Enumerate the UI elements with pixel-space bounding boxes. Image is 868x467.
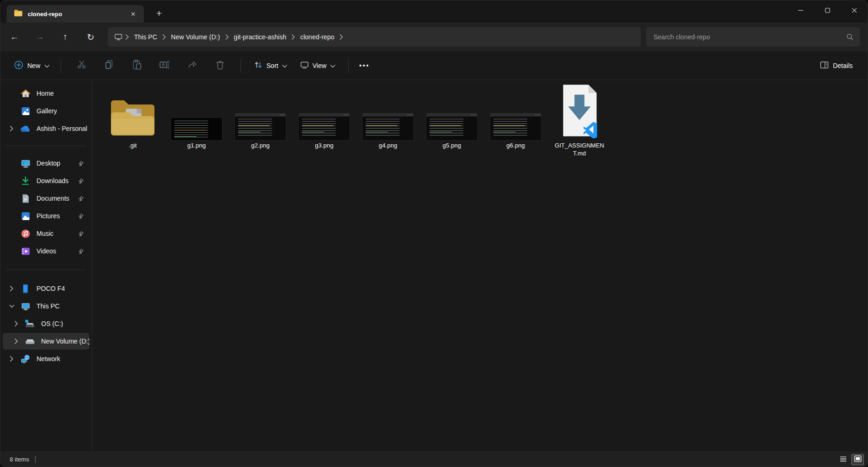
window-body: HomeGalleryAshish - PersonalDesktopDownl… <box>0 80 868 452</box>
sidebar-item-label: OS (C:) <box>41 320 63 327</box>
sidebar-item-os-c-[interactable]: OS (C:) <box>3 315 89 332</box>
sidebar-item-ashish-personal[interactable]: Ashish - Personal <box>3 120 89 137</box>
new-button-label: New <box>27 62 40 69</box>
sidebar-item-poco-f4[interactable]: POCO F4 <box>3 280 89 297</box>
copy-button[interactable] <box>99 56 119 75</box>
network-icon <box>20 354 31 364</box>
tab-close-icon[interactable]: ✕ <box>127 8 139 20</box>
file-item-g4-png[interactable]: g4.png <box>359 84 417 149</box>
rename-icon: A <box>160 60 170 71</box>
back-button[interactable]: ← <box>4 28 25 46</box>
chevron-right-icon[interactable] <box>3 126 20 131</box>
sidebar-item-this-pc[interactable]: This PC <box>3 298 89 314</box>
chevron-right-icon <box>162 34 166 40</box>
more-options-button[interactable]: ••• <box>355 56 374 75</box>
image-thumbnail <box>363 113 413 140</box>
rename-button[interactable]: A <box>154 56 175 75</box>
address-bar[interactable]: This PCNew Volume (D:)git-practice-ashis… <box>108 27 641 47</box>
sidebar-item-documents[interactable]: Documents <box>3 190 89 207</box>
search-icon <box>846 33 854 41</box>
up-button[interactable]: ↑ <box>55 28 75 46</box>
sidebar-item-label: Downloads <box>37 177 68 184</box>
tab-cloned-repo[interactable]: cloned-repo ✕ <box>6 5 144 23</box>
chevron-right-icon <box>125 34 129 40</box>
delete-button[interactable] <box>210 56 230 75</box>
close-button[interactable] <box>841 0 868 20</box>
os-drive-icon <box>25 319 35 329</box>
sort-button[interactable]: Sort <box>249 57 292 74</box>
refresh-button[interactable]: ↻ <box>80 28 101 46</box>
breadcrumb-item-new-volume-d-[interactable]: New Volume (D:) <box>168 31 223 43</box>
paste-button[interactable] <box>127 56 147 75</box>
chevron-right-icon[interactable] <box>7 338 25 344</box>
sidebar-item-videos[interactable]: Videos <box>3 243 89 259</box>
details-pane-button[interactable]: Details <box>815 58 857 74</box>
new-button[interactable]: New <box>10 57 54 74</box>
details-view-toggle[interactable] <box>837 454 850 465</box>
file-item-git-assignment-md[interactable]: GIT_ASSIGNMENT.md <box>551 84 608 157</box>
breadcrumb-item-git-practice-ashish[interactable]: git-practice-ashish <box>231 31 290 43</box>
chevron-right-icon[interactable] <box>339 34 343 40</box>
minimize-icon <box>798 8 803 13</box>
sidebar-item-downloads[interactable]: Downloads <box>3 172 89 189</box>
downloads-icon <box>20 176 31 186</box>
forward-button[interactable]: → <box>30 28 50 46</box>
file-name-label: GIT_ASSIGNMENT.md <box>553 141 606 157</box>
sidebar-item-pictures[interactable]: Pictures <box>3 208 89 224</box>
sidebar-item-label: Gallery <box>37 107 57 115</box>
desktop-icon <box>20 158 31 168</box>
maximize-icon <box>825 8 830 13</box>
breadcrumb-item-cloned-repo[interactable]: cloned-repo <box>297 31 338 43</box>
copy-icon <box>105 60 114 71</box>
sidebar-item-label: Network <box>37 355 60 363</box>
home-icon <box>20 88 31 98</box>
chevron-right-icon[interactable] <box>3 356 20 362</box>
command-toolbar: New A Sort View ••• Details <box>0 51 868 80</box>
sidebar-item-music[interactable]: Music <box>3 225 89 242</box>
minimize-button[interactable] <box>787 0 814 20</box>
file-name-label: g6.png <box>506 141 525 149</box>
share-button[interactable] <box>182 56 203 75</box>
file-item--git[interactable]: .git <box>104 84 161 149</box>
sidebar-item-label: Pictures <box>37 212 60 220</box>
breadcrumb: This PCNew Volume (D:)git-practice-ashis… <box>123 31 345 43</box>
file-item-g2-png[interactable]: g2.png <box>232 84 289 149</box>
sort-arrows-icon <box>254 61 263 71</box>
cut-button[interactable] <box>71 56 92 75</box>
svg-text:A: A <box>162 62 165 67</box>
sidebar-item-desktop[interactable]: Desktop <box>3 155 89 172</box>
file-name-label: g3.png <box>315 141 333 149</box>
music-icon <box>20 228 31 239</box>
sidebar-item-gallery[interactable]: Gallery <box>3 103 89 119</box>
window-controls <box>787 0 868 23</box>
chevron-right-icon[interactable] <box>3 286 20 291</box>
toolbar-divider <box>348 59 349 73</box>
search-input[interactable]: Search cloned-repo <box>646 27 860 47</box>
view-button-label: View <box>313 62 326 69</box>
file-item-g5-png[interactable]: g5.png <box>423 84 480 149</box>
sidebar-divider <box>6 270 86 270</box>
toolbar-divider <box>61 59 61 73</box>
nav-buttons: ←→↑↻ <box>4 28 101 46</box>
sidebar-item-network[interactable]: Network <box>3 350 89 367</box>
drive-icon <box>25 336 35 346</box>
view-button[interactable]: View <box>295 58 340 74</box>
plus-circle-icon <box>14 61 23 71</box>
file-name-label: g2.png <box>251 141 270 149</box>
sidebar-item-home[interactable]: Home <box>3 85 89 102</box>
thumbnail-view-toggle[interactable] <box>851 454 864 465</box>
chevron-right-icon[interactable] <box>7 321 25 326</box>
sidebar-item-new-volume-d-[interactable]: New Volume (D:) <box>3 333 89 350</box>
chevron-down-icon <box>330 62 335 69</box>
trash-icon <box>216 60 224 71</box>
file-item-g6-png[interactable]: g6.png <box>487 84 544 149</box>
breadcrumb-item-this-pc[interactable]: This PC <box>131 31 160 43</box>
file-item-g1-png[interactable]: g1.png <box>168 84 225 149</box>
maximize-button[interactable] <box>814 0 841 20</box>
sidebar-item-label: This PC <box>37 302 60 310</box>
new-tab-button[interactable]: + <box>151 6 167 21</box>
sidebar-item-label: Music <box>37 230 54 237</box>
file-item-g3-png[interactable]: g3.png <box>295 84 353 149</box>
sidebar-divider <box>6 146 86 146</box>
chevron-down-icon[interactable] <box>3 305 20 308</box>
